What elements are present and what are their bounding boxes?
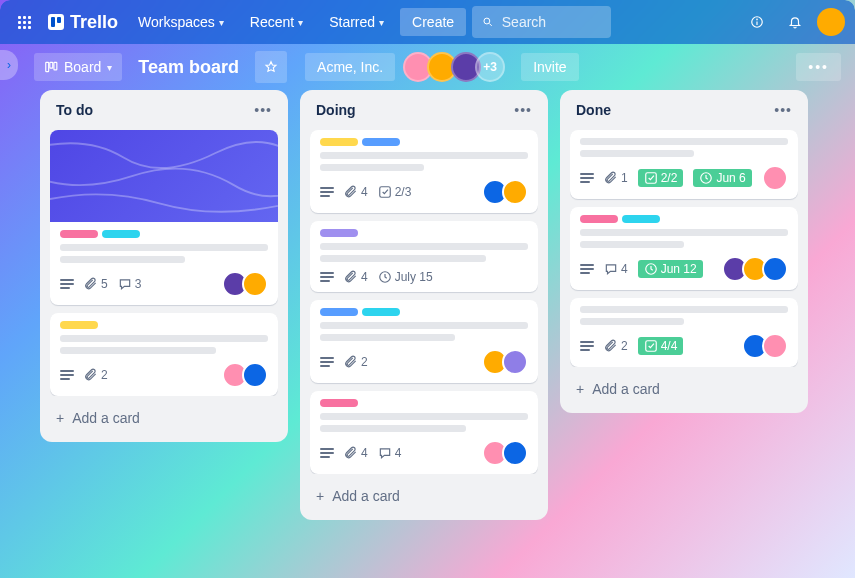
notifications-button[interactable]: [779, 6, 811, 38]
card-title-placeholder: [320, 152, 528, 171]
card-badges: 44: [320, 446, 401, 460]
comments-badge: 4: [604, 262, 628, 276]
card-title-placeholder: [580, 306, 788, 325]
nav-recent[interactable]: Recent▾: [240, 8, 313, 36]
label-pink[interactable]: [580, 215, 618, 223]
add-card-button[interactable]: +Add a card: [570, 375, 798, 403]
create-button[interactable]: Create: [400, 8, 466, 36]
list-menu-button[interactable]: •••: [774, 102, 792, 118]
board-members[interactable]: +3: [409, 52, 505, 82]
description-icon: [580, 173, 594, 183]
description-badge: [580, 341, 594, 351]
label-cyan[interactable]: [622, 215, 660, 223]
card-footer: 4July 15: [320, 270, 528, 284]
attachments-badge: 4: [344, 446, 368, 460]
board-menu-button[interactable]: •••: [796, 53, 841, 81]
list-title[interactable]: To do: [56, 102, 93, 118]
workspace-chip[interactable]: Acme, Inc.: [305, 53, 395, 81]
card-footer: 42/3: [320, 179, 528, 205]
card-footer: 2: [60, 362, 268, 388]
nav-starred[interactable]: Starred▾: [319, 8, 394, 36]
plus-icon: +: [316, 488, 324, 504]
info-button[interactable]: [741, 6, 773, 38]
card-badges: 12/2Jun 6: [580, 169, 752, 187]
label-pink[interactable]: [60, 230, 98, 238]
svg-line-1: [489, 23, 491, 25]
svg-rect-7: [54, 62, 57, 70]
member-avatar[interactable]: [242, 271, 268, 297]
add-card-button[interactable]: +Add a card: [50, 404, 278, 432]
checklist-complete-badge: 2/2: [638, 169, 684, 187]
member-avatar[interactable]: [502, 440, 528, 466]
card-badges: 4July 15: [320, 270, 433, 284]
card[interactable]: 2: [310, 300, 538, 383]
list-header: To do •••: [50, 100, 278, 122]
card-members: [768, 165, 788, 191]
card[interactable]: 44: [310, 391, 538, 474]
info-icon: [750, 15, 764, 29]
member-avatar[interactable]: [502, 179, 528, 205]
description-icon: [60, 279, 74, 289]
label-pink[interactable]: [320, 399, 358, 407]
apps-switcher-button[interactable]: [10, 8, 38, 36]
due-date-badge: July 15: [378, 270, 433, 284]
member-avatar[interactable]: [762, 333, 788, 359]
list-title[interactable]: Doing: [316, 102, 356, 118]
attachments-badge: 5: [84, 277, 108, 291]
label-purple[interactable]: [320, 229, 358, 237]
description-icon: [320, 187, 334, 197]
attachments-badge: 4: [344, 270, 368, 284]
card[interactable]: 4Jun 12: [570, 207, 798, 290]
label-yellow[interactable]: [320, 138, 358, 146]
label-blue[interactable]: [362, 138, 400, 146]
list-title[interactable]: Done: [576, 102, 611, 118]
list-menu-button[interactable]: •••: [514, 102, 532, 118]
label-cyan[interactable]: [102, 230, 140, 238]
description-icon: [320, 272, 334, 282]
svg-rect-10: [645, 173, 656, 184]
label-yellow[interactable]: [60, 321, 98, 329]
add-card-button[interactable]: +Add a card: [310, 482, 538, 510]
member-avatar[interactable]: [502, 349, 528, 375]
card[interactable]: 42/3: [310, 130, 538, 213]
svg-rect-13: [645, 341, 656, 352]
star-board-button[interactable]: [255, 51, 287, 83]
search-box[interactable]: [472, 6, 610, 38]
list: Doing ••• 42/34July 15244 +Add a card: [300, 90, 548, 520]
list-menu-button[interactable]: •••: [254, 102, 272, 118]
card-members: [488, 179, 528, 205]
label-cyan[interactable]: [362, 308, 400, 316]
member-avatar[interactable]: [762, 256, 788, 282]
nav-workspaces[interactable]: Workspaces▾: [128, 8, 234, 36]
description-badge: [60, 279, 74, 289]
expand-sidebar-button[interactable]: ›: [0, 50, 18, 80]
member-overflow[interactable]: +3: [475, 52, 505, 82]
logo[interactable]: Trello: [44, 12, 122, 33]
card-title-placeholder: [320, 322, 528, 341]
description-badge: [320, 187, 334, 197]
card[interactable]: 12/2Jun 6: [570, 130, 798, 199]
search-input[interactable]: [502, 14, 601, 30]
comments-badge: 4: [378, 446, 402, 460]
description-badge: [580, 173, 594, 183]
card-labels: [580, 215, 788, 223]
topbar: Trello Workspaces▾ Recent▾ Starred▾ Crea…: [0, 0, 855, 44]
view-switcher[interactable]: Board ▾: [34, 53, 122, 81]
board-view-icon: [44, 60, 58, 74]
svg-point-0: [484, 18, 490, 24]
checklist-badge: 2/3: [378, 185, 412, 199]
invite-button[interactable]: Invite: [521, 53, 578, 81]
attachments-badge: 2: [344, 355, 368, 369]
card[interactable]: 4July 15: [310, 221, 538, 292]
list: To do ••• 532 +Add a card: [40, 90, 288, 442]
svg-rect-6: [50, 62, 53, 68]
user-avatar[interactable]: [817, 8, 845, 36]
member-avatar[interactable]: [242, 362, 268, 388]
card-members: [488, 440, 528, 466]
label-blue[interactable]: [320, 308, 358, 316]
card[interactable]: 24/4: [570, 298, 798, 367]
member-avatar[interactable]: [762, 165, 788, 191]
card[interactable]: 2: [50, 313, 278, 396]
board-title[interactable]: Team board: [130, 57, 247, 78]
card[interactable]: 53: [50, 130, 278, 305]
